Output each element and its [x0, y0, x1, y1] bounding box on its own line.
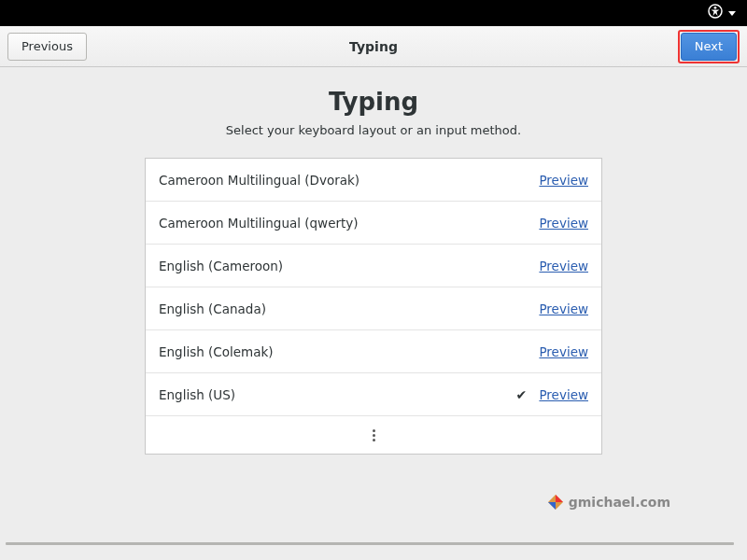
dropdown-caret-icon[interactable]: [728, 11, 736, 16]
page-subtitle: Select your keyboard layout or an input …: [0, 123, 747, 137]
layout-row[interactable]: English (Canada) Preview: [146, 287, 601, 330]
watermark: gmichael.com: [548, 495, 670, 510]
more-icon: [373, 429, 375, 441]
header-title: Typing: [0, 39, 747, 54]
previous-button[interactable]: Previous: [7, 33, 87, 61]
watermark-logo-icon: [548, 495, 563, 510]
svg-point-1: [714, 7, 717, 9]
preview-link[interactable]: Preview: [539, 344, 588, 359]
layout-row[interactable]: Cameroon Multilingual (qwerty) Preview: [146, 202, 601, 245]
layout-row[interactable]: English (Colemak) Preview: [146, 330, 601, 373]
layout-label: English (US): [159, 387, 511, 402]
top-panel: [0, 0, 747, 26]
accessibility-icon[interactable]: [708, 4, 723, 22]
content-area: Typing Select your keyboard layout or an…: [0, 67, 747, 560]
keyboard-layout-list: Cameroon Multilingual (Dvorak) Preview C…: [145, 158, 602, 455]
page-title: Typing: [0, 88, 747, 116]
header-bar: Previous Typing Next: [0, 26, 747, 67]
watermark-text: gmichael.com: [569, 495, 670, 510]
layout-label: Cameroon Multilingual (qwerty): [159, 216, 511, 231]
check-icon: ✔: [511, 387, 531, 402]
layout-row[interactable]: English (Cameroon) Preview: [146, 245, 601, 287]
preview-link[interactable]: Preview: [539, 387, 588, 402]
layout-label: Cameroon Multilingual (Dvorak): [159, 173, 511, 188]
preview-link[interactable]: Preview: [539, 259, 588, 273]
preview-link[interactable]: Preview: [539, 301, 588, 316]
layout-label: English (Cameroon): [159, 259, 511, 273]
layout-label: English (Canada): [159, 301, 511, 316]
preview-link[interactable]: Preview: [539, 173, 588, 188]
initial-setup-window: Previous Typing Next Typing Select your …: [0, 26, 747, 560]
layout-label: English (Colemak): [159, 344, 511, 359]
next-button[interactable]: Next: [681, 33, 737, 61]
layout-row[interactable]: English (US) ✔ Preview: [146, 373, 601, 416]
show-more-row[interactable]: [146, 416, 601, 454]
next-button-highlight: Next: [678, 30, 740, 63]
layout-row[interactable]: Cameroon Multilingual (Dvorak) Preview: [146, 159, 601, 202]
bottom-scrollbar[interactable]: [6, 542, 734, 545]
preview-link[interactable]: Preview: [539, 216, 588, 231]
